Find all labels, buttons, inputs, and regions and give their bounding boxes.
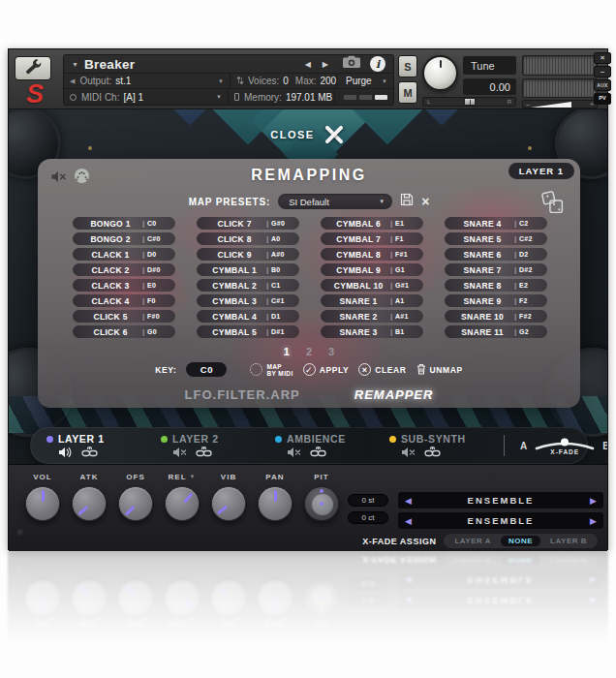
cents-value[interactable]: 0 ct bbox=[348, 511, 388, 524]
map-slot[interactable]: SNARE 5|C#2 bbox=[445, 232, 547, 245]
layer-link-icon[interactable] bbox=[196, 446, 212, 458]
volume-wedge-handle[interactable] bbox=[531, 102, 571, 108]
map-slot[interactable]: CLICK 9|A#0 bbox=[197, 248, 299, 261]
layer-speaker-icon[interactable] bbox=[58, 447, 73, 458]
layer-tab-2[interactable]: LAYER 2 bbox=[161, 433, 275, 458]
knob-vol[interactable]: VOL bbox=[24, 471, 61, 521]
map-slot[interactable]: SNARE 6|D2 bbox=[445, 248, 547, 261]
layer-tab-4[interactable]: SUB-SYNTH bbox=[389, 433, 504, 458]
map-slot[interactable]: CYMBAL 7|F1 bbox=[321, 232, 423, 245]
xfade-arc[interactable]: X-FADE bbox=[534, 437, 596, 455]
map-slot[interactable]: SNARE 4|C2 bbox=[445, 217, 547, 230]
knob-dial[interactable] bbox=[118, 486, 153, 521]
map-slot[interactable]: SNARE 9|F2 bbox=[445, 294, 547, 307]
xfade-assign-layer-a[interactable]: LAYER A bbox=[447, 536, 499, 546]
next-arrow-icon[interactable]: ▶ bbox=[583, 516, 603, 526]
purge-menu[interactable]: Purge ▼ bbox=[337, 74, 393, 88]
pv-button[interactable]: PV bbox=[594, 93, 611, 105]
map-slot[interactable]: CYMBAL 9|G1 bbox=[321, 263, 423, 276]
preset-dropdown[interactable]: SI Default ▼ bbox=[278, 194, 392, 209]
map-slot[interactable]: CYMBAL 5|D#1 bbox=[197, 325, 299, 338]
map-slot[interactable]: BONGO 1|C0 bbox=[73, 217, 175, 230]
knob-rel[interactable]: REL▼ bbox=[164, 471, 200, 521]
knob-dial[interactable] bbox=[165, 486, 200, 521]
layer-muted-speaker-icon[interactable] bbox=[287, 447, 301, 458]
map-slot[interactable]: CLICK 6|G0 bbox=[73, 325, 175, 338]
close-button[interactable]: CLOSE bbox=[9, 123, 607, 146]
map-by-midi-button[interactable]: MAP BY MIDI bbox=[250, 363, 293, 377]
aux-button[interactable]: AUX bbox=[594, 79, 611, 91]
apply-button[interactable]: ✓ APPLY bbox=[303, 363, 350, 376]
map-slot[interactable]: CLACK 1|D0 bbox=[73, 248, 175, 261]
map-slot[interactable]: CYMBAL 10|G#1 bbox=[321, 279, 423, 292]
tab-lfo-filter-arp[interactable]: LFO.FILTER.ARP bbox=[185, 387, 300, 402]
map-slot[interactable]: SNARE 8|E2 bbox=[445, 279, 547, 292]
map-slot[interactable]: CYMBAL 6|E1 bbox=[321, 217, 423, 230]
layer-link-icon[interactable] bbox=[310, 446, 326, 458]
page-button-2[interactable]: 2 bbox=[306, 346, 312, 357]
map-slot[interactable]: CLACK 3|E0 bbox=[73, 279, 175, 292]
map-slot[interactable]: SNARE 7|D#2 bbox=[445, 263, 547, 276]
map-slot[interactable]: CYMBAL 2|C1 bbox=[197, 279, 299, 292]
page-button-1[interactable]: 1 bbox=[284, 346, 290, 357]
knob-dial[interactable] bbox=[258, 486, 293, 521]
map-slot[interactable]: CLICK 5|F#0 bbox=[73, 310, 175, 323]
tab-remapper[interactable]: REMAPPER bbox=[354, 387, 434, 402]
midi-channel-select[interactable]: MIDI Ch: [A] 1 ▼ bbox=[64, 89, 229, 105]
knob-pan[interactable]: PAN bbox=[257, 471, 293, 521]
snapshot-camera-icon[interactable] bbox=[342, 55, 361, 73]
knob-atk[interactable]: ATK bbox=[71, 471, 108, 521]
layer-link-icon[interactable] bbox=[81, 446, 98, 458]
map-slot[interactable]: CLICK 7|G#0 bbox=[197, 217, 299, 230]
semitone-value[interactable]: 0 st bbox=[348, 494, 388, 507]
map-slot[interactable]: CYMBAL 1|B0 bbox=[197, 263, 299, 276]
output-select[interactable]: ◀ Output: st.1 ▼ bbox=[64, 74, 231, 88]
volume-slider[interactable]: – + bbox=[522, 100, 598, 108]
map-slot[interactable]: SNARE 11|G2 bbox=[445, 325, 547, 338]
pan-handle[interactable] bbox=[464, 98, 476, 106]
layer-link-icon[interactable] bbox=[424, 446, 441, 458]
map-slot[interactable]: SNARE 3|B1 bbox=[321, 325, 423, 338]
knob-dial[interactable] bbox=[25, 486, 60, 521]
tune-knob[interactable] bbox=[422, 55, 458, 91]
knob-pit[interactable]: PIT bbox=[303, 471, 340, 521]
map-slot[interactable]: SNARE 10|F#2 bbox=[445, 310, 547, 323]
map-slot[interactable]: BONGO 2|C#0 bbox=[73, 232, 175, 245]
xfade-assign-layer-b[interactable]: LAYER B bbox=[542, 536, 595, 546]
layer-muted-speaker-icon[interactable] bbox=[401, 447, 416, 458]
next-instrument-icon[interactable]: ▶ bbox=[323, 60, 328, 69]
next-arrow-icon[interactable]: ▶ bbox=[583, 496, 603, 506]
save-preset-icon[interactable] bbox=[400, 193, 414, 210]
clear-button[interactable]: × CLEAR bbox=[358, 363, 406, 376]
unmap-button[interactable]: UNMAP bbox=[416, 363, 463, 377]
title-dropdown-icon[interactable]: ▼ bbox=[72, 61, 78, 68]
layer-muted-speaker-icon[interactable] bbox=[172, 447, 187, 458]
tune-value[interactable]: 0.00 bbox=[463, 78, 516, 95]
knob-dial[interactable] bbox=[211, 486, 246, 521]
knob-vib[interactable]: VIB bbox=[210, 471, 247, 521]
map-slot[interactable]: SNARE 1|A1 bbox=[321, 294, 423, 307]
map-slot[interactable]: CYMBAL 3|C#1 bbox=[197, 294, 299, 307]
key-value-field[interactable]: C0 bbox=[186, 362, 227, 377]
layer-tab-1[interactable]: LAYER 1 bbox=[46, 433, 161, 458]
max-value[interactable]: 200 bbox=[320, 76, 336, 86]
pan-slider[interactable]: L R bbox=[422, 97, 516, 107]
prev-arrow-icon[interactable]: ◀ bbox=[398, 496, 418, 506]
prev-arrow-icon[interactable]: ◀ bbox=[398, 516, 418, 526]
map-slot[interactable]: CYMBAL 4|D1 bbox=[197, 310, 299, 323]
page-button-3[interactable]: 3 bbox=[328, 346, 334, 357]
info-icon[interactable]: i bbox=[370, 56, 385, 72]
layer-tab-3[interactable]: AMBIENCE bbox=[275, 433, 389, 458]
knob-ofs[interactable]: OFS bbox=[117, 471, 154, 521]
instrument-title[interactable]: Breaker bbox=[84, 57, 135, 72]
delete-preset-icon[interactable]: × bbox=[421, 195, 429, 208]
map-slot[interactable]: CLICK 8|A0 bbox=[197, 232, 299, 245]
solo-button[interactable]: S bbox=[398, 55, 417, 77]
xfade-assign-none[interactable]: NONE bbox=[501, 536, 540, 546]
selector-value[interactable]: ENSEMBLE bbox=[418, 495, 583, 506]
map-slot[interactable]: CLACK 2|D#0 bbox=[73, 263, 175, 276]
mute-button[interactable]: M bbox=[398, 81, 417, 104]
map-slot[interactable]: SNARE 2|A#1 bbox=[321, 310, 423, 323]
map-slot[interactable]: CYMBAL 8|F#1 bbox=[321, 248, 423, 261]
xfade-control[interactable]: A X-FADE B bbox=[504, 435, 607, 456]
